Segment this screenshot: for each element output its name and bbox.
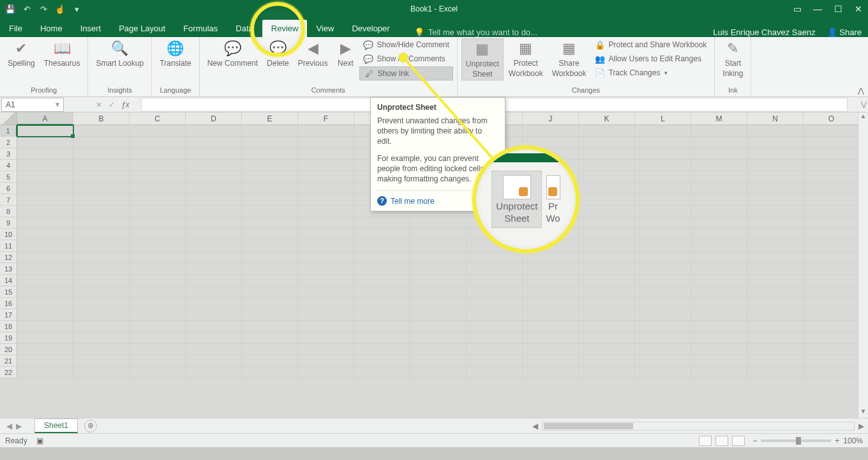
cell[interactable] <box>73 275 130 286</box>
cell[interactable] <box>130 137 186 148</box>
cell[interactable] <box>17 160 73 171</box>
cell[interactable] <box>17 229 73 240</box>
cell[interactable] <box>354 286 410 298</box>
cell[interactable] <box>410 332 467 344</box>
cell[interactable] <box>354 367 410 378</box>
cell[interactable] <box>635 125 691 137</box>
cell[interactable] <box>354 252 410 263</box>
cell[interactable] <box>804 183 860 194</box>
cell[interactable] <box>298 240 354 252</box>
cell[interactable] <box>691 160 747 171</box>
cell[interactable] <box>298 217 354 229</box>
cell[interactable] <box>186 321 242 332</box>
cell[interactable] <box>747 229 804 240</box>
cell[interactable] <box>73 321 130 332</box>
cell[interactable] <box>73 355 130 367</box>
cell[interactable] <box>804 240 860 252</box>
cell[interactable] <box>579 344 635 355</box>
cell[interactable] <box>298 263 354 275</box>
cell[interactable] <box>691 263 747 275</box>
cell[interactable] <box>804 252 860 263</box>
cell[interactable] <box>467 355 523 367</box>
cell[interactable] <box>635 194 691 206</box>
row-header[interactable]: 19 <box>0 332 17 344</box>
row-header[interactable]: 9 <box>0 217 17 229</box>
cell[interactable] <box>410 275 467 286</box>
cell[interactable] <box>579 125 635 137</box>
cell[interactable] <box>130 286 186 298</box>
cell[interactable] <box>635 263 691 275</box>
scroll-up-icon[interactable]: ▲ <box>858 112 868 123</box>
cell[interactable] <box>354 332 410 344</box>
cell[interactable] <box>73 252 130 263</box>
cell[interactable] <box>298 298 354 309</box>
cell[interactable] <box>298 229 354 240</box>
cell[interactable] <box>804 321 860 332</box>
cell[interactable] <box>298 137 354 148</box>
chevron-down-icon[interactable]: ▼ <box>54 101 61 108</box>
cell[interactable] <box>186 286 242 298</box>
cell[interactable] <box>635 171 691 183</box>
ribbon-display-options-icon[interactable]: ▭ <box>791 3 803 15</box>
row-header[interactable]: 15 <box>0 286 17 298</box>
cell[interactable] <box>579 217 635 229</box>
cell[interactable] <box>747 252 804 263</box>
cell[interactable] <box>747 217 804 229</box>
cell[interactable] <box>242 206 298 217</box>
cell[interactable] <box>17 148 73 160</box>
cell[interactable] <box>804 217 860 229</box>
cell[interactable] <box>579 229 635 240</box>
cell[interactable] <box>73 171 130 183</box>
cell[interactable] <box>410 229 467 240</box>
row-header[interactable]: 21 <box>0 355 17 367</box>
row-header[interactable]: 14 <box>0 275 17 286</box>
row-header[interactable]: 17 <box>0 309 17 321</box>
cell[interactable] <box>130 275 186 286</box>
cell[interactable] <box>635 229 691 240</box>
tab-view[interactable]: View <box>307 20 343 37</box>
cell[interactable] <box>298 252 354 263</box>
cell[interactable] <box>242 183 298 194</box>
cell[interactable] <box>298 194 354 206</box>
cell[interactable] <box>242 332 298 344</box>
cell[interactable] <box>579 240 635 252</box>
column-header[interactable]: J <box>523 112 579 125</box>
cell[interactable] <box>17 252 73 263</box>
cell[interactable] <box>130 217 186 229</box>
cell[interactable] <box>73 183 130 194</box>
cell[interactable] <box>73 286 130 298</box>
cell[interactable] <box>17 344 73 355</box>
scroll-left-icon[interactable]: ◀ <box>532 422 538 431</box>
cell[interactable] <box>804 309 860 321</box>
sheet-tab-sheet1[interactable]: Sheet1 <box>34 418 78 433</box>
protect-share-workbook-button[interactable]: 🔒Protect and Share Workbook <box>591 38 710 51</box>
cell[interactable] <box>130 229 186 240</box>
macro-record-icon[interactable]: ▣ <box>36 436 43 445</box>
row-header[interactable]: 8 <box>0 206 17 217</box>
row-header[interactable]: 5 <box>0 171 17 183</box>
cell[interactable] <box>17 263 73 275</box>
cell[interactable] <box>242 286 298 298</box>
cell[interactable] <box>242 275 298 286</box>
cell[interactable] <box>17 286 73 298</box>
cell[interactable] <box>410 252 467 263</box>
translate-button[interactable]: 🌐Translate <box>156 38 195 69</box>
cell[interactable] <box>130 183 186 194</box>
cell[interactable] <box>73 309 130 321</box>
cell[interactable] <box>130 298 186 309</box>
cell[interactable] <box>579 321 635 332</box>
cell[interactable] <box>73 263 130 275</box>
cell[interactable] <box>691 332 747 344</box>
cell[interactable] <box>691 298 747 309</box>
cell[interactable] <box>298 206 354 217</box>
cell[interactable] <box>747 240 804 252</box>
cell[interactable] <box>298 160 354 171</box>
cell[interactable] <box>410 298 467 309</box>
cell[interactable] <box>17 137 73 148</box>
cell[interactable] <box>242 252 298 263</box>
cell[interactable] <box>635 183 691 194</box>
cell[interactable] <box>130 240 186 252</box>
cell[interactable] <box>467 344 523 355</box>
cell[interactable] <box>17 171 73 183</box>
column-header[interactable]: A <box>17 112 73 125</box>
